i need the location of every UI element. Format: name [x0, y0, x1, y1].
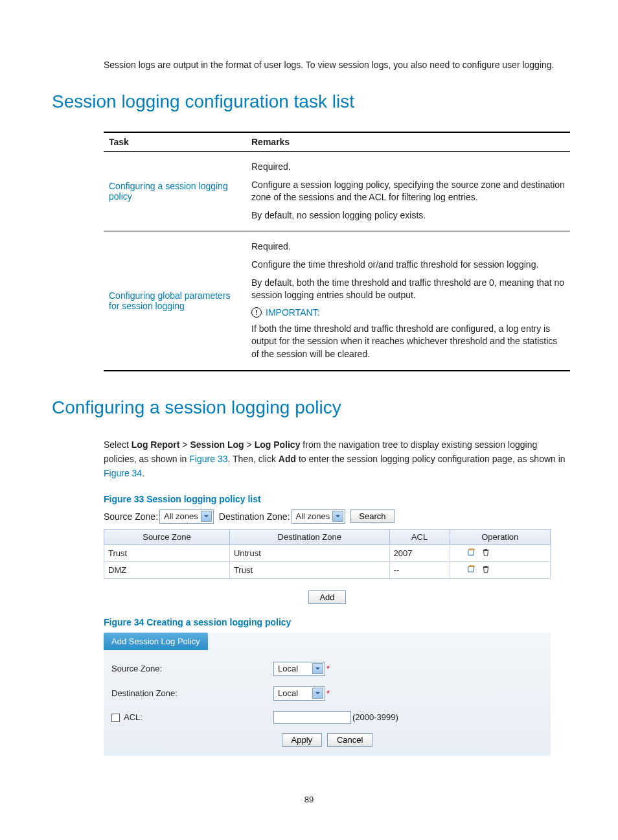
src-zone-label: Source Zone:: [104, 511, 158, 522]
task2-remarks: Required. Configure the time threshold o…: [246, 231, 570, 371]
th-task: Task: [104, 132, 246, 152]
dst-zone-label: Destination Zone:: [219, 511, 290, 522]
svg-rect-0: [468, 550, 474, 555]
task2-p2: Configure the time threshold or/and traf…: [251, 259, 565, 272]
edit-icon[interactable]: [467, 565, 476, 574]
figure-33: Source Zone: All zones Destination Zone:…: [104, 509, 566, 604]
required-star: *: [326, 688, 330, 698]
body-paragraph: Select Log Report > Session Log > Log Po…: [104, 438, 566, 481]
acl-input[interactable]: [273, 711, 351, 724]
task2-p4: If both the time threshold and traffic t…: [251, 323, 565, 361]
policy-grid: Source Zone Destination Zone ACL Operati…: [104, 529, 551, 579]
src-zone-select[interactable]: All zones: [159, 509, 214, 524]
apply-button[interactable]: Apply: [282, 733, 323, 747]
chevron-down-icon: [312, 688, 323, 699]
task1-p3: By default, no session logging policy ex…: [251, 209, 565, 222]
th-remarks: Remarks: [246, 132, 570, 152]
task-link-policy[interactable]: Configuring a session logging policy: [104, 152, 246, 231]
acl-checkbox[interactable]: [111, 714, 120, 722]
dst-zone-select[interactable]: All zones: [292, 509, 346, 524]
f34-dst-label: Destination Zone:: [111, 688, 273, 698]
page-number: 89: [52, 795, 566, 804]
figure-33-caption: Figure 33 Session logging policy list: [104, 494, 566, 504]
chevron-down-icon: [312, 663, 323, 674]
trash-icon[interactable]: [481, 565, 490, 574]
f34-src-select[interactable]: Local: [273, 662, 325, 676]
edit-icon[interactable]: [467, 548, 476, 557]
search-button[interactable]: Search: [350, 509, 394, 523]
link-figure-33[interactable]: Figure 33: [189, 454, 227, 464]
chevron-down-icon: [332, 511, 343, 522]
figure-34-caption: Figure 34 Creating a session logging pol…: [104, 617, 566, 627]
f34-acl-label: ACL:: [111, 712, 273, 722]
important-label: IMPORTANT:: [266, 307, 320, 318]
heading-config-policy: Configuring a session logging policy: [52, 397, 566, 418]
task1-p2: Configure a session logging policy, spec…: [251, 179, 565, 204]
task1-p1: Required.: [251, 161, 565, 174]
table-row: DMZ Trust --: [104, 561, 551, 578]
col-op: Operation: [450, 529, 550, 544]
chevron-down-icon: [201, 511, 212, 522]
required-star: *: [326, 664, 330, 673]
f34-dst-select[interactable]: Local: [273, 686, 325, 701]
heading-task-list: Session logging configuration task list: [52, 91, 566, 112]
task2-p3: By default, both the time threshold and …: [251, 277, 565, 302]
task1-remarks: Required. Configure a session logging po…: [246, 152, 570, 231]
important-icon: !: [251, 307, 262, 318]
col-dst: Destination Zone: [229, 529, 389, 544]
link-figure-34[interactable]: Figure 34: [104, 468, 142, 478]
f34-src-label: Source Zone:: [111, 664, 273, 673]
svg-rect-1: [468, 566, 474, 572]
task2-p1: Required.: [251, 240, 565, 253]
task-link-global[interactable]: Configuring global parameters for sessio…: [104, 231, 246, 371]
table-row: Trust Untrust 2007: [104, 544, 551, 561]
col-src: Source Zone: [104, 529, 230, 544]
cancel-button[interactable]: Cancel: [327, 733, 372, 747]
figure-34: Add Session Log Policy Source Zone: Loca…: [104, 633, 566, 756]
task-table: Task Remarks Configuring a session loggi…: [104, 132, 570, 371]
col-acl: ACL: [389, 529, 450, 544]
add-button[interactable]: Add: [308, 590, 345, 604]
trash-icon[interactable]: [481, 548, 490, 557]
acl-range: (2000-3999): [352, 712, 398, 722]
intro-text: Session logs are output in the format of…: [104, 58, 566, 72]
add-policy-tab[interactable]: Add Session Log Policy: [104, 633, 208, 650]
